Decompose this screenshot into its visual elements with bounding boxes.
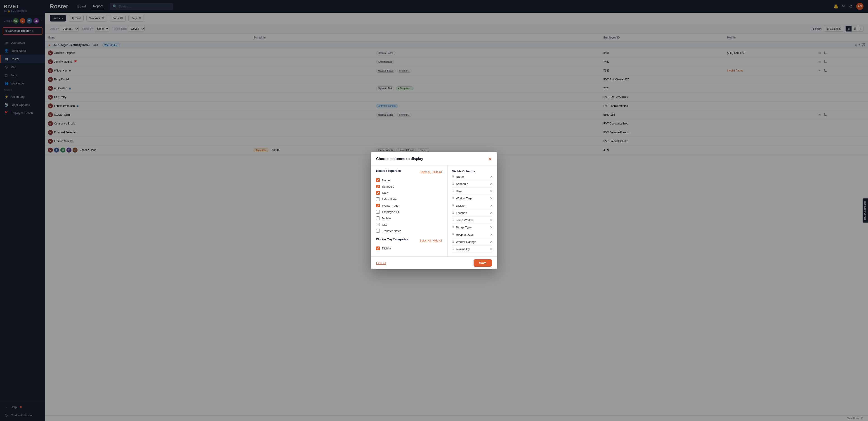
prop-city: City xyxy=(376,221,442,228)
prop-mobile: Mobile xyxy=(376,215,442,221)
col-label-availability: Availability xyxy=(456,247,488,251)
remove-division-button[interactable]: ✕ xyxy=(490,203,493,208)
col-label-worker-tags: Worker Tags xyxy=(456,197,488,200)
col-label-hospital-jobs: Hospital Jobs xyxy=(456,233,488,236)
prop-division-checkbox[interactable] xyxy=(376,247,380,250)
drag-handle-icon[interactable]: ⠿ xyxy=(452,219,454,222)
prop-transfer-notes: Transfer Notes xyxy=(376,228,442,234)
col-label-name: Name xyxy=(456,175,488,178)
prop-labor-rate-label: Labor Rate xyxy=(382,198,397,201)
col-label-schedule: Schedule xyxy=(456,182,488,186)
remove-worker-ratings-button[interactable]: ✕ xyxy=(490,240,493,244)
worker-tag-categories-title: Worker Tag Categories xyxy=(376,238,408,241)
visible-col-availability: ⠿ Availability ✕ xyxy=(452,246,493,253)
drag-handle-icon[interactable]: ⠿ xyxy=(452,204,454,207)
prop-transfer-notes-label: Transfer Notes xyxy=(382,229,401,233)
worker-tag-select-all-link[interactable]: Select All xyxy=(420,239,431,242)
col-label-badge-type: Badge Type xyxy=(456,226,488,229)
roster-properties-title: Roster Properties xyxy=(376,169,401,172)
visible-columns-title: Visible Columns xyxy=(452,170,475,173)
visible-col-hospital-jobs: ⠿ Hospital Jobs ✕ xyxy=(452,231,493,238)
visible-col-name: ⠿ Name ✕ xyxy=(452,173,493,180)
modal-footer: Hide all Save xyxy=(371,256,497,269)
prop-worker-tags-label: Worker Tags xyxy=(382,204,399,207)
prop-mobile-checkbox[interactable] xyxy=(376,216,380,220)
visible-col-division: ⠿ Division ✕ xyxy=(452,202,493,209)
prop-labor-rate-checkbox[interactable] xyxy=(376,197,380,201)
modal-title: Choose columns to display xyxy=(376,157,423,161)
worker-tag-hide-all-link[interactable]: Hide All xyxy=(433,239,442,242)
prop-worker-tags: Worker Tags xyxy=(376,202,442,209)
drag-handle-icon[interactable]: ⠿ xyxy=(452,190,454,193)
visible-col-worker-ratings: ⠿ Worker Ratings ✕ xyxy=(452,238,493,246)
col-label-division: Division xyxy=(456,204,488,207)
prop-role: Role xyxy=(376,190,442,196)
drag-handle-icon[interactable]: ⠿ xyxy=(452,241,454,244)
drag-handle-icon[interactable]: ⠿ xyxy=(452,233,454,236)
remove-temp-worker-button[interactable]: ✕ xyxy=(490,218,493,222)
prop-city-checkbox[interactable] xyxy=(376,223,380,226)
prop-schedule-checkbox[interactable] xyxy=(376,185,380,188)
modal-left-panel: Roster Properties Select all Hide all Na… xyxy=(371,165,447,256)
modal-overlay[interactable]: Choose columns to display ✕ Roster Prope… xyxy=(0,0,868,421)
visible-col-temp-worker: ⠿ Temp Worker ✕ xyxy=(452,217,493,224)
prop-name-label: Name xyxy=(382,178,390,182)
worker-tag-header: Worker Tag Categories Select All Hide Al… xyxy=(376,238,442,243)
roster-properties-links: Select all Hide all xyxy=(420,170,442,174)
drag-handle-icon[interactable]: ⠿ xyxy=(452,197,454,200)
visible-col-schedule: ⠿ Schedule ✕ xyxy=(452,180,493,188)
prop-labor-rate: Labor Rate xyxy=(376,196,442,202)
col-label-role: Role xyxy=(456,190,488,193)
prop-name: Name xyxy=(376,177,442,183)
worker-tag-links: Select All Hide All xyxy=(420,239,442,242)
remove-worker-tags-button[interactable]: ✕ xyxy=(490,196,493,200)
col-label-worker-ratings: Worker Ratings xyxy=(456,240,488,244)
remove-hospital-jobs-button[interactable]: ✕ xyxy=(490,232,493,237)
modal-right-panel: Visible Columns ⠿ Name ✕ ⠿ Schedule ✕ ⠿ … xyxy=(447,165,497,256)
prop-name-checkbox[interactable] xyxy=(376,178,380,182)
drag-handle-icon[interactable]: ⠿ xyxy=(452,248,454,251)
footer-hide-all-button[interactable]: Hide all xyxy=(376,261,386,265)
prop-worker-tags-checkbox[interactable] xyxy=(376,204,380,207)
drag-handle-icon[interactable]: ⠿ xyxy=(452,183,454,186)
drag-handle-icon[interactable]: ⠿ xyxy=(452,212,454,215)
select-all-link[interactable]: Select all xyxy=(420,170,431,174)
col-label-temp-worker: Temp Worker xyxy=(456,218,488,222)
remove-name-button[interactable]: ✕ xyxy=(490,174,493,179)
remove-location-button[interactable]: ✕ xyxy=(490,211,493,215)
prop-role-label: Role xyxy=(382,191,388,195)
prop-schedule-label: Schedule xyxy=(382,185,394,188)
remove-availability-button[interactable]: ✕ xyxy=(490,247,493,251)
prop-division-label: Division xyxy=(382,247,393,250)
prop-employee-id-checkbox[interactable] xyxy=(376,210,380,214)
drag-handle-icon[interactable]: ⠿ xyxy=(452,175,454,178)
prop-role-checkbox[interactable] xyxy=(376,191,380,195)
prop-division: Division xyxy=(376,245,442,251)
prop-employee-id: Employee ID xyxy=(376,209,442,215)
modal-header: Choose columns to display ✕ xyxy=(371,152,497,165)
prop-transfer-notes-checkbox[interactable] xyxy=(376,229,380,233)
visible-col-badge-type: ⠿ Badge Type ✕ xyxy=(452,224,493,231)
drag-handle-icon[interactable]: ⠿ xyxy=(452,226,454,229)
modal-close-button[interactable]: ✕ xyxy=(488,156,492,162)
hide-all-link[interactable]: Hide all xyxy=(433,170,442,174)
prop-schedule: Schedule xyxy=(376,183,442,190)
prop-city-label: City xyxy=(382,223,387,226)
columns-modal: Choose columns to display ✕ Roster Prope… xyxy=(371,152,497,269)
worker-tag-categories-section: Worker Tag Categories Select All Hide Al… xyxy=(376,238,442,251)
prop-mobile-label: Mobile xyxy=(382,217,391,220)
remove-badge-type-button[interactable]: ✕ xyxy=(490,225,493,229)
col-label-location: Location xyxy=(456,211,488,215)
modal-body: Roster Properties Select all Hide all Na… xyxy=(371,165,497,256)
remove-schedule-button[interactable]: ✕ xyxy=(490,182,493,186)
remove-role-button[interactable]: ✕ xyxy=(490,189,493,193)
footer-save-button[interactable]: Save xyxy=(473,259,492,266)
visible-col-location: ⠿ Location ✕ xyxy=(452,209,493,217)
prop-employee-id-label: Employee ID xyxy=(382,210,399,214)
visible-col-role: ⠿ Role ✕ xyxy=(452,188,493,195)
visible-col-worker-tags: ⠿ Worker Tags ✕ xyxy=(452,195,493,202)
